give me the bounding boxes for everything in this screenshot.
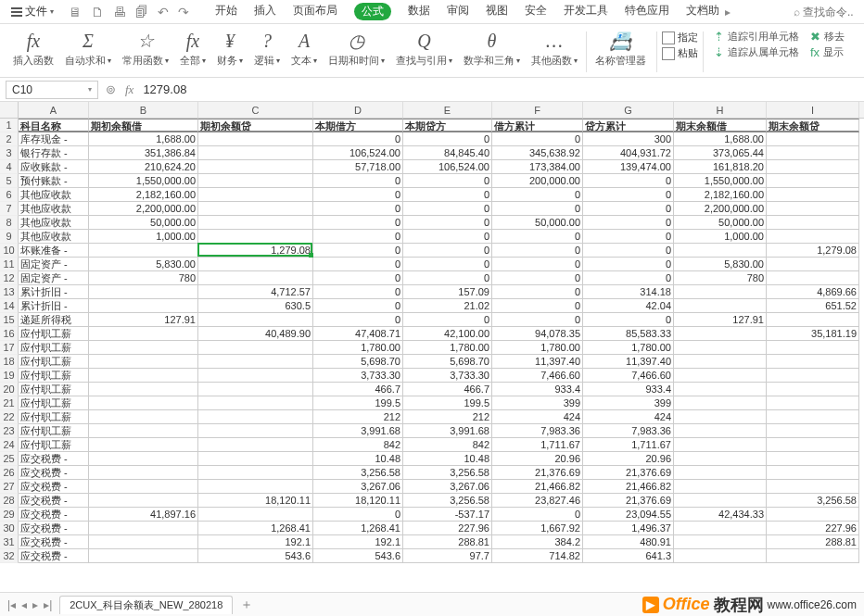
cell[interactable]: 18,120.11 xyxy=(198,494,313,508)
col-header-G[interactable]: G xyxy=(583,102,674,118)
cell[interactable]: 199.5 xyxy=(313,396,403,410)
cell[interactable] xyxy=(89,522,198,535)
cell[interactable]: 银行存款 - xyxy=(19,146,89,160)
cell[interactable] xyxy=(89,424,198,438)
cell[interactable] xyxy=(674,285,767,299)
menu-tab-9[interactable]: 特色应用 xyxy=(625,3,669,20)
row-header[interactable]: 18 xyxy=(0,355,19,369)
cell[interactable] xyxy=(198,202,313,216)
cell[interactable]: 7,983.36 xyxy=(583,424,674,438)
cell[interactable]: 35,181.19 xyxy=(767,327,859,341)
cell[interactable] xyxy=(89,396,198,410)
cell[interactable] xyxy=(198,396,313,410)
cell[interactable]: 应交税费 - xyxy=(19,522,89,535)
cell[interactable]: 384.2 xyxy=(492,535,583,549)
cell[interactable] xyxy=(767,258,859,271)
cell[interactable]: 57,718.00 xyxy=(313,160,403,174)
trace-dependents-button[interactable]: ⇣追踪从属单元格 xyxy=(714,45,799,59)
cell[interactable] xyxy=(198,160,313,174)
row-header[interactable]: 1 xyxy=(0,119,19,132)
cell[interactable]: 0 xyxy=(313,313,403,327)
cell[interactable]: 0 xyxy=(403,313,492,327)
ribbon-财务[interactable]: ¥财务▾ xyxy=(211,28,248,76)
cell[interactable] xyxy=(198,424,313,438)
cell[interactable]: 227.96 xyxy=(767,522,859,535)
cell[interactable] xyxy=(674,535,767,549)
cell[interactable] xyxy=(674,549,767,563)
header-cell[interactable]: 期末余额借 xyxy=(674,119,767,132)
cell[interactable]: 42,100.00 xyxy=(403,327,492,341)
cell[interactable] xyxy=(767,466,859,480)
cell[interactable]: 1,780.00 xyxy=(492,341,583,355)
cell[interactable]: 0 xyxy=(492,508,583,522)
cell[interactable] xyxy=(767,188,859,202)
cell[interactable] xyxy=(89,244,198,258)
header-cell[interactable]: 期初余额贷 xyxy=(198,119,313,132)
cell[interactable]: 50,000.00 xyxy=(492,216,583,230)
cell[interactable]: 210,624.20 xyxy=(89,160,198,174)
cell[interactable]: 714.82 xyxy=(492,549,583,563)
header-cell[interactable]: 借方累计 xyxy=(492,119,583,132)
cell[interactable] xyxy=(198,313,313,327)
cell[interactable]: 21,376.69 xyxy=(583,494,674,508)
cell[interactable]: 50,000.00 xyxy=(89,216,198,230)
row-header[interactable]: 10 xyxy=(0,244,19,258)
cell[interactable]: 0 xyxy=(583,271,674,285)
cell[interactable]: 0 xyxy=(583,244,674,258)
cell[interactable]: 其他应收款 xyxy=(19,230,89,244)
cell[interactable] xyxy=(198,438,313,452)
col-header-I[interactable]: I xyxy=(767,102,859,118)
cell[interactable]: 1,268.41 xyxy=(313,522,403,535)
cell[interactable] xyxy=(198,355,313,369)
ribbon-文本[interactable]: A文本▾ xyxy=(286,28,323,76)
cell[interactable]: 314.18 xyxy=(583,285,674,299)
ribbon-数学和三角[interactable]: θ数学和三角▾ xyxy=(458,28,526,76)
cell[interactable] xyxy=(198,466,313,480)
row-header[interactable]: 32 xyxy=(0,549,19,563)
cell[interactable]: 0 xyxy=(492,188,583,202)
row-header[interactable]: 5 xyxy=(0,174,19,188)
cell[interactable]: 21,376.69 xyxy=(583,466,674,480)
cell[interactable]: 345,638.92 xyxy=(492,146,583,160)
cell[interactable] xyxy=(674,341,767,355)
cell[interactable]: 1,780.00 xyxy=(583,341,674,355)
cell[interactable]: 11,397.40 xyxy=(492,355,583,369)
cell[interactable]: 应收账款 - xyxy=(19,160,89,174)
cell[interactable]: 10.48 xyxy=(313,452,403,466)
ribbon-全部[interactable]: fx全部▾ xyxy=(174,28,211,76)
cell[interactable]: 1,279.08 xyxy=(198,244,313,258)
cell[interactable]: 0 xyxy=(313,216,403,230)
cell[interactable]: 0 xyxy=(313,299,403,313)
cell[interactable]: 0 xyxy=(403,188,492,202)
cell[interactable]: 94,078.35 xyxy=(492,327,583,341)
cell[interactable]: 5,698.70 xyxy=(403,355,492,369)
paste-name-button[interactable]: 粘贴 xyxy=(662,46,698,60)
cell[interactable]: 933.4 xyxy=(492,383,583,396)
cell[interactable]: 23,827.46 xyxy=(492,494,583,508)
cell[interactable]: 21,466.82 xyxy=(583,480,674,494)
cell[interactable] xyxy=(767,216,859,230)
header-cell[interactable]: 期末余额贷 xyxy=(767,119,859,132)
cell[interactable]: 0 xyxy=(583,174,674,188)
cell[interactable]: 1,780.00 xyxy=(403,341,492,355)
col-header-A[interactable]: A xyxy=(19,102,89,118)
cell[interactable] xyxy=(674,452,767,466)
cell[interactable]: 应付职工薪 xyxy=(19,424,89,438)
cell[interactable] xyxy=(767,146,859,160)
cell[interactable]: 2,200,000.00 xyxy=(89,202,198,216)
cell[interactable] xyxy=(674,494,767,508)
cell[interactable] xyxy=(674,466,767,480)
cell[interactable] xyxy=(198,146,313,160)
col-header-E[interactable]: E xyxy=(403,102,492,118)
cell[interactable] xyxy=(767,355,859,369)
cell[interactable] xyxy=(89,410,198,424)
ribbon-自动求和[interactable]: Σ自动求和▾ xyxy=(59,28,117,76)
trace-precedents-button[interactable]: ⇡追踪引用单元格 xyxy=(714,30,799,44)
cell[interactable]: 0 xyxy=(492,313,583,327)
header-cell[interactable]: 本期贷方 xyxy=(403,119,492,132)
cell[interactable]: 480.91 xyxy=(583,535,674,549)
cell[interactable]: 0 xyxy=(403,202,492,216)
cell[interactable]: 5,698.70 xyxy=(313,355,403,369)
name-box[interactable]: C10 ▾ xyxy=(6,81,98,99)
cell[interactable] xyxy=(198,383,313,396)
